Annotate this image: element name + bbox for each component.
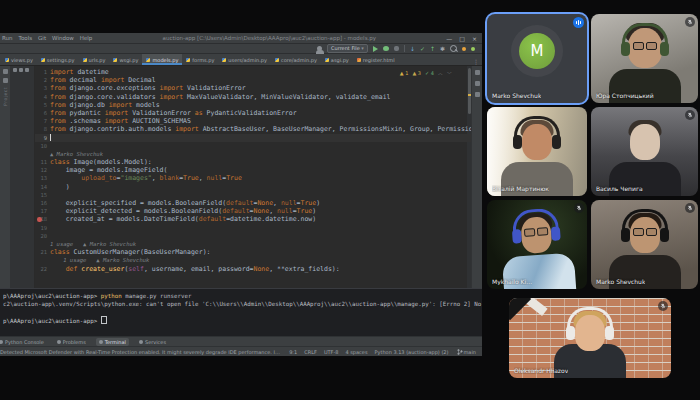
- participant-name: Юра Стопчицький: [596, 92, 654, 99]
- headphones-band: [567, 307, 613, 328]
- participant-video: [591, 14, 698, 103]
- meeting-screen: RunToolsGitWindowHelp auction-app [C:\Us…: [0, 0, 700, 400]
- headphone-cup-left: [513, 135, 522, 149]
- headphones-band: [622, 209, 668, 230]
- headphone-cup-right: [552, 135, 561, 149]
- headphones-band: [514, 116, 560, 137]
- headphone-cup-right: [660, 228, 669, 242]
- avatar-letter: M: [531, 42, 544, 60]
- participants-grid: MMarko ShevchukЮра СтопчицькийВіталій Ма…: [0, 0, 700, 400]
- avatar: M: [519, 33, 555, 69]
- participant-video: [487, 107, 587, 196]
- mic-muted-icon: [685, 110, 695, 120]
- headphones-band: [622, 23, 668, 44]
- audio-speaking-icon: [573, 17, 584, 28]
- participant-tile-2[interactable]: Віталій Мартинюк: [487, 107, 587, 196]
- mic-muted-icon: [658, 301, 668, 311]
- participant-tile-3[interactable]: Василь Чепига: [591, 107, 698, 196]
- glasses: [524, 227, 548, 237]
- participant-video: [591, 200, 698, 289]
- participant-tile-1[interactable]: Юра Стопчицький: [591, 14, 698, 103]
- participant-tile-5[interactable]: Marko Shevchuk: [591, 200, 698, 289]
- participant-name: Василь Чепига: [596, 185, 643, 192]
- headphone-cup-right: [551, 226, 561, 241]
- participant-name: Oleksandr Hliazov: [514, 367, 568, 374]
- mic-muted-icon: [685, 203, 695, 213]
- mic-muted-icon: [685, 17, 695, 27]
- participant-video: [487, 200, 587, 289]
- headphone-cup-left: [566, 326, 575, 340]
- participant-tile-0[interactable]: MMarko Shevchuk: [487, 14, 587, 103]
- glasses: [633, 228, 657, 236]
- glasses: [633, 42, 657, 50]
- person-head: [630, 124, 660, 160]
- participant-name: Віталій Мартинюк: [492, 185, 549, 192]
- headphone-cup-right: [605, 326, 614, 340]
- headphone-cup-left: [512, 229, 522, 244]
- participant-name: Marko Shevchuk: [492, 92, 541, 99]
- participant-name: Mykhailo Ki…: [492, 278, 532, 285]
- participant-name: Marko Shevchuk: [596, 278, 645, 285]
- participant-video: [591, 107, 698, 196]
- headphone-cup-right: [660, 42, 669, 56]
- participant-tile-6[interactable]: Oleksandr Hliazov: [509, 298, 671, 378]
- headphone-cup-left: [621, 42, 630, 56]
- headphone-cup-left: [621, 228, 630, 242]
- participant-video: [509, 298, 671, 378]
- mic-muted-icon: [574, 203, 584, 213]
- participant-tile-4[interactable]: Mykhailo Ki…: [487, 200, 587, 289]
